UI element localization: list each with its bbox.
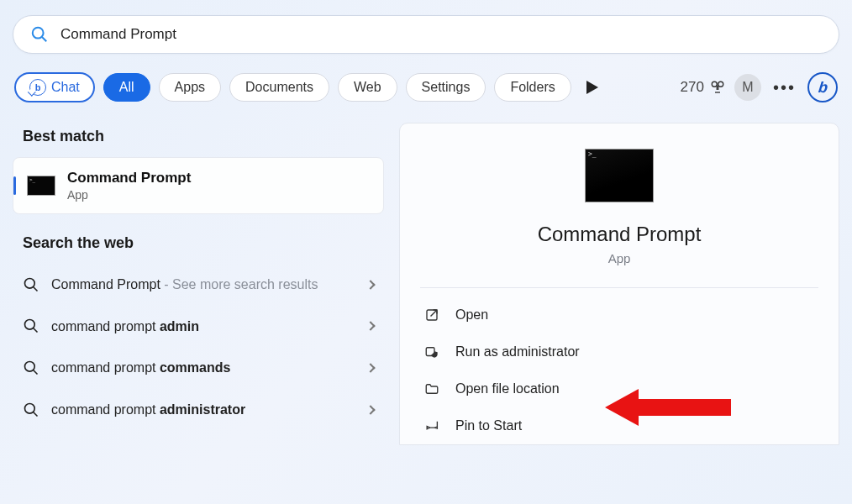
svg-line-11 [34, 412, 38, 416]
action-run-as-admin[interactable]: Run as administrator [420, 333, 818, 370]
svg-point-6 [25, 320, 35, 330]
preview-app-icon [585, 149, 654, 202]
action-label: Run as administrator [455, 344, 580, 360]
open-icon [423, 307, 440, 323]
search-icon [23, 402, 39, 418]
search-icon [23, 276, 39, 293]
command-prompt-icon [27, 176, 55, 196]
svg-point-4 [25, 278, 35, 288]
chat-bubble-icon: b [29, 79, 46, 96]
chat-button[interactable]: b Chat [14, 72, 95, 102]
svg-point-2 [712, 81, 717, 87]
svg-line-7 [34, 328, 38, 333]
preview-subtitle: App [420, 251, 818, 265]
bing-icon[interactable]: b [807, 72, 838, 102]
svg-line-5 [34, 286, 38, 291]
tab-web[interactable]: Web [338, 73, 397, 102]
search-icon [23, 318, 39, 334]
web-result-text: Command Prompt - See more search results [51, 276, 355, 294]
admin-shield-icon [423, 344, 440, 360]
tab-documents[interactable]: Documents [229, 73, 329, 102]
tab-all[interactable]: All [103, 73, 150, 102]
chevron-right-icon [366, 363, 375, 372]
chevron-right-icon [366, 405, 375, 414]
filter-row: b Chat All Apps Documents Web Settings F… [13, 72, 839, 102]
preview-pane: Command Prompt App Open Run as administr… [399, 123, 839, 445]
action-label: Open [455, 307, 488, 323]
svg-line-1 [42, 37, 46, 41]
action-open-file-location[interactable]: Open file location [420, 370, 818, 407]
best-match-title: Command Prompt [67, 170, 191, 186]
tab-folders[interactable]: Folders [494, 73, 571, 102]
more-menu-icon[interactable]: ••• [770, 78, 799, 97]
svg-point-8 [25, 361, 35, 371]
more-tabs-icon[interactable] [586, 81, 598, 94]
action-label: Pin to Start [455, 418, 522, 433]
folder-icon [423, 381, 440, 397]
search-icon [23, 360, 39, 376]
best-match-subtitle: App [67, 188, 191, 202]
pin-icon [423, 417, 440, 434]
svg-point-10 [25, 403, 35, 413]
chevron-right-icon [366, 280, 375, 289]
web-result-text: command prompt administrator [51, 401, 355, 419]
web-result[interactable]: command prompt administrator [13, 389, 384, 431]
action-pin-to-start[interactable]: Pin to Start [420, 407, 818, 444]
search-web-heading: Search the web [13, 229, 384, 264]
search-bar[interactable] [13, 15, 839, 54]
results-column: Best match Command Prompt App Search the… [13, 123, 384, 445]
search-icon [30, 25, 49, 44]
svg-point-0 [33, 28, 44, 39]
avatar[interactable]: M [734, 74, 761, 101]
action-label: Open file location [455, 381, 560, 396]
rewards-points[interactable]: 270 [681, 79, 726, 96]
tab-apps[interactable]: Apps [159, 73, 221, 102]
search-input[interactable] [60, 26, 822, 43]
best-match-result[interactable]: Command Prompt App [13, 157, 384, 214]
web-result[interactable]: command prompt commands [13, 347, 384, 389]
svg-point-3 [718, 81, 723, 87]
chat-label: Chat [51, 80, 80, 95]
chevron-right-icon [366, 322, 375, 331]
web-result-text: command prompt commands [51, 359, 355, 377]
web-result-text: command prompt admin [51, 318, 355, 336]
trophy-icon [709, 80, 726, 95]
best-match-heading: Best match [13, 123, 384, 157]
preview-title: Command Prompt [420, 223, 818, 246]
points-value: 270 [681, 79, 704, 96]
tab-settings[interactable]: Settings [406, 73, 486, 102]
web-result[interactable]: Command Prompt - See more search results [13, 264, 384, 306]
action-open[interactable]: Open [420, 297, 818, 333]
svg-line-9 [34, 370, 38, 374]
divider [420, 287, 818, 288]
web-result[interactable]: command prompt admin [13, 306, 384, 348]
